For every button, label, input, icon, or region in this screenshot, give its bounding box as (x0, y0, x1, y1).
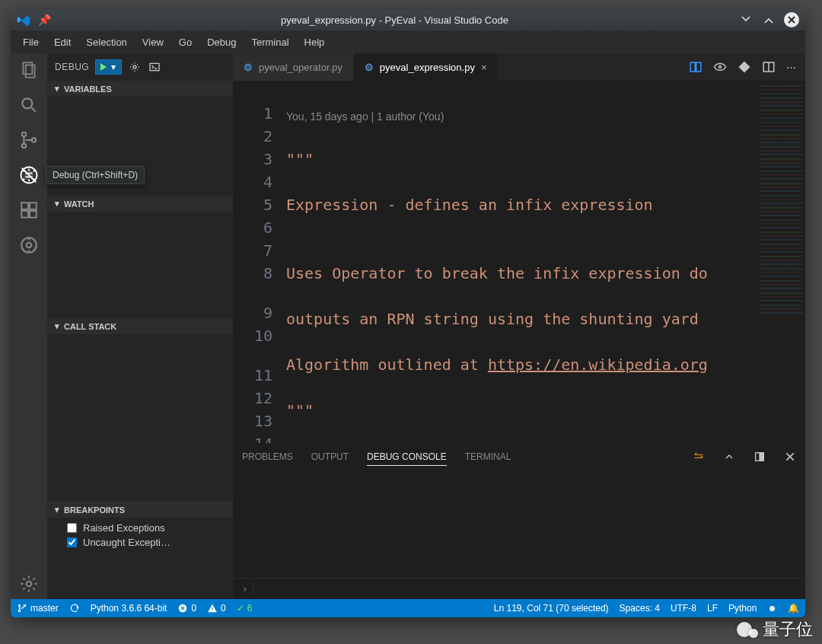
collapse-panel-icon[interactable] (723, 451, 735, 463)
section-watch-head[interactable]: ▾ WATCH (47, 196, 233, 212)
explorer-icon[interactable] (18, 59, 40, 81)
gitlens-icon[interactable] (18, 234, 40, 256)
panel-tab-output[interactable]: OUTPUT (311, 448, 349, 465)
sb-position[interactable]: Ln 119, Col 71 (70 selected) (494, 603, 609, 614)
svg-rect-11 (30, 211, 37, 218)
menu-debug[interactable]: Debug (199, 33, 244, 51)
debug-tooltip: Debug (Ctrl+Shift+D) (46, 166, 145, 184)
svg-rect-18 (696, 62, 701, 72)
svg-rect-22 (760, 453, 763, 461)
toggle-panel-icon[interactable] (754, 451, 766, 463)
panel-tab-problems[interactable]: PROBLEMS (242, 448, 293, 465)
menu-view[interactable]: View (135, 33, 171, 51)
close-panel-icon[interactable] (784, 451, 796, 463)
window-title: pyeval_expression.py - PyEval - Visual S… (57, 14, 732, 26)
compare-changes-icon[interactable] (689, 60, 703, 74)
debug-icon[interactable]: Debug (Ctrl+Shift+D) (18, 164, 40, 186)
sb-eol[interactable]: LF (707, 603, 718, 614)
svg-point-2 (22, 98, 32, 108)
menu-edit[interactable]: Edit (46, 33, 78, 51)
menu-help[interactable]: Help (297, 33, 333, 51)
preview-icon[interactable] (713, 60, 727, 74)
watermark-bubble-icon (749, 629, 758, 638)
sb-ok[interactable]: ✓ 6 (237, 603, 253, 614)
split-editor-icon[interactable] (762, 60, 776, 74)
section-watch-body (47, 212, 233, 318)
panel-tab-terminal[interactable]: TERMINAL (465, 448, 511, 465)
menu-terminal[interactable]: Terminal (244, 33, 296, 51)
section-callstack-body (47, 334, 233, 502)
debug-console-input-row: › (233, 578, 805, 599)
editor-body[interactable]: 1 2 3 4 5 6 7 8 9 10 11 12 13 14 You, 15… (233, 81, 805, 443)
debug-sidebar-head: DEBUG ▾ (47, 53, 233, 81)
sb-lang[interactable]: Python (728, 603, 757, 614)
code-area[interactable]: You, 15 days ago | 1 author (You) """ Ex… (286, 81, 757, 443)
vscode-logo-icon (17, 13, 30, 27)
panel-tab-debug-console[interactable]: DEBUG CONSOLE (367, 448, 447, 466)
settings-icon[interactable] (18, 578, 40, 599)
source-control-icon[interactable] (18, 129, 40, 151)
close-tab-icon[interactable]: × (481, 62, 487, 73)
sb-sync[interactable] (69, 603, 80, 614)
breakpoint-checkbox[interactable] (67, 523, 77, 533)
breakpoint-item[interactable]: Raised Exceptions (47, 521, 233, 535)
titlebar: 📌 pyeval_expression.py - PyEval - Visual… (11, 9, 805, 30)
editor-actions: ⋯ (680, 53, 805, 81)
svg-point-15 (133, 65, 136, 69)
python-file-icon: ⚙ (244, 62, 253, 73)
editor-group: ⚙ pyeval_operator.py ⚙ pyeval_expression… (233, 53, 805, 599)
svg-rect-9 (30, 202, 37, 209)
svg-rect-10 (21, 211, 28, 218)
watermark: 量子位 (737, 618, 813, 641)
sb-bell-icon[interactable]: 🔔 (788, 603, 799, 614)
sb-encoding[interactable]: UTF-8 (671, 603, 696, 614)
svg-rect-8 (21, 202, 28, 209)
chevron-down-icon: ▾ (55, 505, 59, 515)
sb-branch[interactable]: master (17, 603, 59, 614)
menu-go[interactable]: Go (171, 33, 199, 51)
debug-sidebar: DEBUG ▾ ▾ VARIABLES ▾ WATCH ▾ CALL S (47, 53, 233, 599)
minimap[interactable] (757, 81, 805, 443)
sb-feedback-icon[interactable]: ☻ (767, 603, 777, 614)
sb-errors[interactable]: 0 (177, 603, 196, 614)
clear-console-icon[interactable] (693, 451, 705, 463)
sb-warnings[interactable]: 0 (207, 603, 226, 614)
menu-selection[interactable]: Selection (78, 33, 134, 51)
extensions-icon[interactable] (18, 199, 40, 221)
tab-pyeval-operator[interactable]: ⚙ pyeval_operator.py (233, 53, 354, 81)
sb-spaces[interactable]: Spaces: 4 (620, 603, 660, 614)
svg-point-4 (22, 144, 26, 148)
svg-point-3 (22, 132, 26, 136)
section-variables-head[interactable]: ▾ VARIABLES (47, 81, 233, 97)
diff-icon[interactable] (738, 60, 751, 74)
start-debug-button[interactable]: ▾ (95, 59, 122, 75)
search-icon[interactable] (18, 94, 40, 116)
minimize-button[interactable] (738, 12, 754, 27)
svg-point-25 (24, 604, 25, 606)
pin-icon[interactable]: 📌 (38, 14, 51, 26)
section-callstack-head[interactable]: ▾ CALL STACK (47, 318, 233, 334)
svg-point-19 (719, 66, 722, 69)
chevron-down-icon: ▾ (55, 84, 59, 94)
svg-point-5 (32, 138, 36, 142)
chevron-down-icon: ▾ (55, 199, 59, 209)
bottom-panel: PROBLEMS OUTPUT DEBUG CONSOLE TERMINAL › (233, 443, 805, 599)
tab-pyeval-expression[interactable]: ⚙ pyeval_expression.py × (354, 53, 499, 81)
codelens[interactable]: You, 15 days ago | 1 author (You) (286, 108, 757, 125)
svg-point-24 (18, 610, 20, 611)
more-actions-icon[interactable]: ⋯ (786, 62, 796, 73)
debug-console-input[interactable] (258, 583, 801, 595)
breakpoint-checkbox[interactable] (67, 537, 77, 547)
chevron-down-icon: ▾ (55, 321, 59, 331)
debug-config-icon[interactable] (128, 60, 142, 74)
section-breakpoints-head[interactable]: ▾ BREAKPOINTS (47, 502, 233, 518)
statusbar: master Python 3.6.6 64-bit 0 0 ✓ 6 Ln 11… (11, 599, 805, 617)
close-window-button[interactable] (784, 12, 799, 27)
menu-file[interactable]: File (15, 33, 46, 51)
maximize-button[interactable] (761, 12, 776, 27)
debug-console-toggle-icon[interactable] (148, 60, 161, 74)
svg-point-7 (25, 171, 32, 180)
breakpoint-item[interactable]: Uncaught Excepti… (47, 535, 233, 550)
debug-console-body[interactable] (233, 470, 805, 578)
sb-python[interactable]: Python 3.6.6 64-bit (91, 603, 167, 614)
